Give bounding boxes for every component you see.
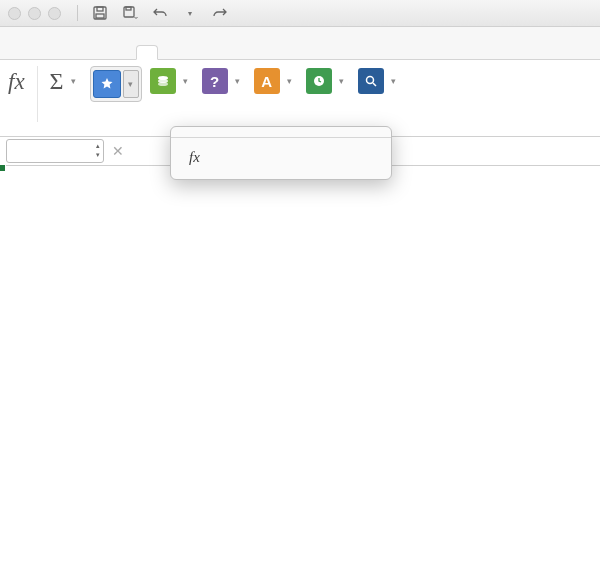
tab-page-layout[interactable]	[94, 46, 114, 59]
letter-a-icon: A	[254, 68, 280, 94]
fx-icon: fx	[8, 75, 25, 88]
question-icon: ?	[202, 68, 228, 94]
cancel-icon[interactable]: ✕	[112, 143, 124, 159]
name-box[interactable]: ▴▾	[6, 139, 104, 163]
date-time-button[interactable]: ▾	[306, 66, 350, 111]
divider	[37, 66, 38, 122]
financial-button[interactable]: ▾	[150, 66, 194, 124]
undo-icon[interactable]	[152, 5, 168, 21]
ribbon-tabs	[0, 27, 600, 60]
divider	[77, 5, 78, 21]
name-box-stepper[interactable]: ▴▾	[96, 141, 100, 159]
chevron-down-icon: ▾	[391, 75, 396, 88]
spreadsheet-grid[interactable]	[0, 166, 600, 586]
svg-point-7	[158, 82, 168, 86]
quick-access-toolbar: ▾	[92, 5, 228, 21]
chevron-down-icon: ▾	[235, 75, 240, 88]
save-dropdown-icon[interactable]	[122, 5, 138, 21]
svg-rect-1	[97, 7, 103, 11]
logical-button[interactable]: ? ▾	[202, 66, 246, 124]
menu-separator	[171, 137, 391, 138]
magnifier-icon	[358, 68, 384, 94]
coins-icon	[150, 68, 176, 94]
titlebar: ▾	[0, 0, 600, 27]
tab-data[interactable]	[180, 46, 200, 59]
tab-formulas[interactable]	[136, 45, 158, 60]
lookup-reference-button[interactable]: ▾	[358, 66, 402, 111]
minimize-window-icon[interactable]	[28, 7, 41, 20]
traffic-lights	[8, 7, 61, 20]
selection-box	[0, 166, 4, 170]
autosum-button[interactable]: Σ ▾	[50, 66, 82, 98]
svg-rect-4	[126, 7, 131, 10]
chevron-down-icon: ▾	[339, 75, 344, 88]
redo-icon[interactable]	[212, 5, 228, 21]
clock-icon	[306, 68, 332, 94]
insert-function-button[interactable]: fx	[8, 66, 25, 111]
svg-rect-2	[96, 14, 104, 18]
app-window: ▾ fx Σ ▾	[0, 0, 600, 586]
chevron-down-icon: ▾	[287, 75, 292, 88]
chevron-down-icon: ▾	[71, 75, 76, 88]
fill-handle[interactable]	[0, 164, 6, 172]
text-button[interactable]: A ▾	[254, 66, 298, 98]
fx-icon: fx	[189, 149, 200, 166]
chevron-down-icon: ▾	[128, 78, 133, 91]
save-icon[interactable]	[92, 5, 108, 21]
sigma-icon: Σ	[50, 75, 64, 88]
tab-insert[interactable]	[52, 46, 72, 59]
recently-used-button[interactable]: ▾	[90, 66, 142, 130]
menu-item-insert-function[interactable]: fx	[171, 142, 391, 173]
undo-dropdown-icon[interactable]: ▾	[182, 5, 198, 21]
svg-line-10	[373, 83, 376, 86]
svg-point-9	[366, 77, 373, 84]
zoom-window-icon[interactable]	[48, 7, 61, 20]
chevron-down-icon: ▾	[183, 75, 188, 88]
recently-used-menu: fx	[170, 126, 392, 180]
star-icon	[93, 70, 121, 98]
tab-home[interactable]	[10, 46, 30, 59]
tab-review[interactable]	[222, 46, 242, 59]
close-window-icon[interactable]	[8, 7, 21, 20]
